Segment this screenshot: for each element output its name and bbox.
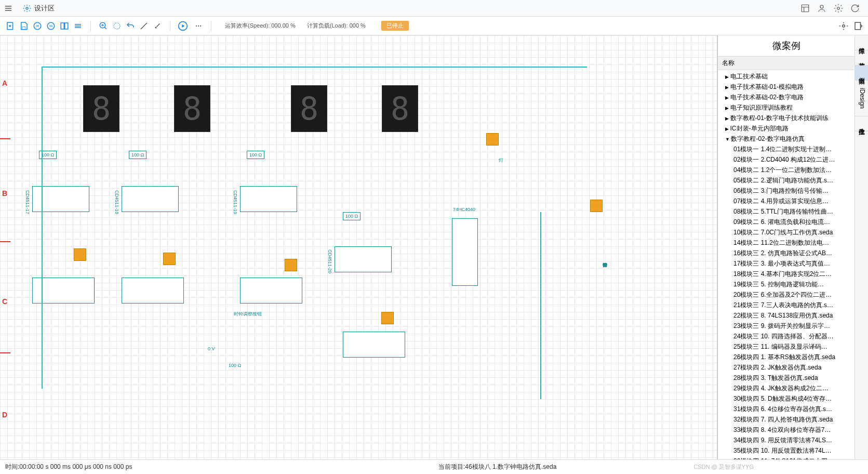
chip-cd4511-2 xyxy=(122,186,179,212)
tree-item[interactable]: 07模块二 4.用异或运算实现信息… xyxy=(719,196,853,206)
refresh-icon[interactable] xyxy=(850,4,860,13)
speed-status: 运算效率(Speed): 000.00 % xyxy=(225,22,296,30)
time-status: 时间:00:00:00 s 000 ms 000 μs 000 ns 000 p… xyxy=(5,463,132,471)
chip-label-4: CD4511-20 xyxy=(327,249,332,273)
side-tab[interactable]: 作业批改 xyxy=(855,116,868,131)
watermark: CSDN @ 足智多谋YYG xyxy=(693,463,754,471)
led-4[interactable] xyxy=(381,312,394,324)
tree-item[interactable]: 17模块三 3. 最小项表达式与真值… xyxy=(719,258,853,269)
svg-rect-5 xyxy=(22,27,25,29)
tree-item[interactable]: 22模块三 8. 74LS138应用仿真.seda xyxy=(719,310,853,321)
chip-label-2: CD4511-18 xyxy=(114,190,119,214)
tree-item[interactable]: 09模块二 6. 灌电流负载和拉电流… xyxy=(719,217,853,227)
tree-item[interactable]: 20模块三 6.全加器及2个四位二进… xyxy=(719,289,853,300)
display-1: 8 xyxy=(83,85,119,132)
gear-icon xyxy=(23,4,31,12)
tree-item[interactable]: 34模块四 9. 用反馈清零法将74LS… xyxy=(719,435,853,445)
chip-90-button[interactable]: 90 xyxy=(32,21,43,31)
side-tab[interactable]: 微案例 xyxy=(855,65,868,81)
save-button[interactable] xyxy=(19,21,29,31)
svg-point-12 xyxy=(155,27,157,28)
ruler-a: A xyxy=(2,79,7,87)
side-panel: 微案例 名称 电工技术基础电子技术基础-01-模拟电路电子技术基础-02-数字电… xyxy=(717,35,868,459)
tree-item[interactable]: 27模块四 2. JK触发器仿真.seda xyxy=(719,362,853,373)
tree-item[interactable]: 01模块一 1.4位二进制实现十进制… xyxy=(719,144,853,154)
ruler-c: C xyxy=(2,297,7,306)
chip-counter-4 xyxy=(343,332,405,358)
led-6[interactable] xyxy=(590,200,603,212)
side-tab[interactable]: 芯片库 xyxy=(855,50,868,65)
tree-item[interactable]: 28模块四 3. T触发器仿真.seda xyxy=(719,373,853,383)
tree-item[interactable]: 06模块二 3.门电路控制信号传输… xyxy=(719,186,853,196)
zoom-in-button[interactable] xyxy=(98,21,109,31)
tree-item[interactable]: 26模块四 1. 基本RS触发器仿真.seda xyxy=(719,352,853,362)
new-file-button[interactable] xyxy=(5,21,16,31)
tree-item[interactable]: 25模块三 11. 编码器及显示译码… xyxy=(719,341,853,352)
chip-74hc4040 xyxy=(452,218,478,286)
svg-rect-15 xyxy=(855,22,861,30)
tree-item[interactable]: 32模块四 7. 四人抢答电路仿真.seda xyxy=(719,414,853,425)
counter-label: 74HC4040 xyxy=(453,207,475,212)
tree-item[interactable]: 18模块三 4.基本门电路实现2位二… xyxy=(719,269,853,279)
tree-item[interactable]: 21模块三 7.三人表决电路的仿真.s… xyxy=(719,300,853,310)
tree-item[interactable]: 31模块四 6. 4位移位寄存器仿真.s… xyxy=(719,404,853,414)
svg-text:90: 90 xyxy=(36,24,39,28)
config-icon[interactable] xyxy=(839,21,848,31)
resistor-label-5: 100 Ω xyxy=(229,363,241,368)
tree-item[interactable]: 02模块一 2.CD4040 构成12位二进… xyxy=(719,154,853,165)
settings-icon[interactable] xyxy=(834,4,843,13)
layers-button[interactable] xyxy=(73,21,83,31)
tree-item[interactable]: 19模块三 5. 控制电路逻辑功能… xyxy=(719,279,853,289)
canvas[interactable]: A B C D 8 8 8 8 100 Ω 100 Ω 100 Ω 100 Ω … xyxy=(0,35,717,459)
tree-item[interactable]: 23模块三 9. 拨码开关控制显示字… xyxy=(719,321,853,331)
chip-label-3: CD4511-19 xyxy=(233,190,238,214)
side-tab[interactable]: 组件库 xyxy=(855,35,868,50)
tab-design[interactable]: 设计区 xyxy=(19,2,59,15)
user-icon[interactable] xyxy=(817,4,826,13)
tree-item[interactable]: 33模块四 8. 4位双向移位寄存器7… xyxy=(719,425,853,435)
tree-item[interactable]: 10模块二 7.0C门线与工作仿真.seda xyxy=(719,227,853,238)
tree-parent[interactable]: 数字教程-01-数字电子技术技能训练 xyxy=(719,113,853,123)
more-button[interactable]: ⋯ xyxy=(193,21,204,31)
led-1[interactable] xyxy=(74,248,86,261)
svg-point-0 xyxy=(26,7,28,9)
tree[interactable]: 电工技术基础电子技术基础-01-模拟电路电子技术基础-02-数字电路电子知识原理… xyxy=(718,70,854,459)
side-tab[interactable]: iDesign xyxy=(855,81,868,116)
led-5[interactable] xyxy=(486,133,499,146)
export-icon[interactable] xyxy=(853,21,863,31)
tree-parent[interactable]: IC封装-单元内部电路 xyxy=(719,123,853,134)
probe-button[interactable] xyxy=(152,21,163,31)
tree-parent[interactable]: 数字教程-02-数字电路仿真 xyxy=(719,134,853,144)
tree-parent[interactable]: 电子知识原理训练教程 xyxy=(719,102,853,113)
tree-item[interactable]: 08模块二 5.TTL门电路传输特性曲… xyxy=(719,206,853,217)
zoom-fit-button[interactable] xyxy=(112,21,122,31)
line-button[interactable] xyxy=(139,21,149,31)
tree-item[interactable]: 30模块四 5. D触发器构成4位寄存… xyxy=(719,393,853,404)
voltage-label-0: 0 V xyxy=(208,346,215,351)
menu-icon[interactable] xyxy=(4,4,12,12)
tree-item[interactable]: 16模块三 2. 仿真电路验证公式AB… xyxy=(719,248,853,258)
svg-point-11 xyxy=(114,23,120,29)
layout-icon[interactable] xyxy=(800,4,810,13)
panel-header: 名称 xyxy=(718,57,854,70)
tree-item[interactable]: 24模块三 10. 四路选择器、分配器… xyxy=(719,331,853,341)
undo-button[interactable] xyxy=(125,21,136,31)
tree-item[interactable]: 04模块二 1.2个一位二进制数加法… xyxy=(719,165,853,175)
chip-99-button[interactable]: 99 xyxy=(46,21,56,31)
run-button[interactable] xyxy=(178,21,188,31)
display-4: 8 xyxy=(382,85,418,132)
tree-parent[interactable]: 电工技术基础 xyxy=(719,71,853,82)
tree-item[interactable]: 36模块四 11. 74LS161构成二十四… xyxy=(719,456,853,459)
tree-item[interactable]: 35模块四 10. 用反馈置数法将74L… xyxy=(719,445,853,456)
led-2[interactable] xyxy=(163,253,176,265)
tree-item[interactable]: 05模块二 2.逻辑门电路功能仿真.s… xyxy=(719,175,853,186)
tree-parent[interactable]: 电子技术基础-02-数字电路 xyxy=(719,92,853,102)
stop-badge: 已停止 xyxy=(381,21,409,31)
tree-parent[interactable]: 电子技术基础-01-模拟电路 xyxy=(719,82,853,92)
led-3[interactable] xyxy=(285,259,297,271)
ruler-d: D xyxy=(2,411,7,419)
svg-text:99: 99 xyxy=(49,24,53,28)
tree-item[interactable]: 29模块四 4. JK触发器构成2位二… xyxy=(719,383,853,393)
tree-item[interactable]: 14模块二 11.2位二进制数加法电… xyxy=(719,238,853,248)
flip-button[interactable] xyxy=(59,21,70,31)
